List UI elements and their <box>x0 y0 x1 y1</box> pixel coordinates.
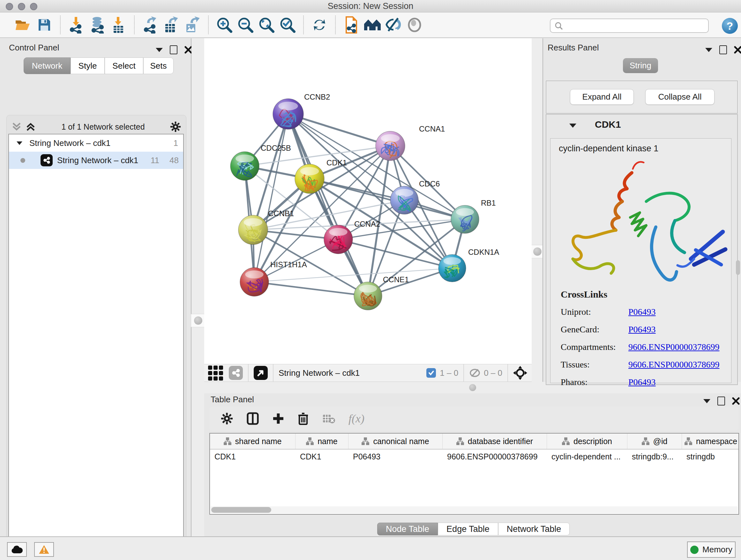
tab-sets[interactable]: Sets <box>143 57 174 74</box>
export-image-button[interactable] <box>182 15 203 35</box>
separator <box>508 364 508 381</box>
open-in-string-button[interactable] <box>341 15 362 35</box>
tab-network[interactable]: Network <box>23 57 71 74</box>
save-session-button[interactable] <box>34 15 55 35</box>
search-input[interactable] <box>563 21 702 30</box>
crosslink-label: Pharos: <box>561 377 628 387</box>
network-collection-row[interactable]: String Network – cdk1 1 <box>9 134 183 152</box>
cell-namespace: stringdb <box>682 449 739 463</box>
cell-id: stringdb:9... <box>627 449 682 463</box>
zoom-out-button[interactable] <box>235 15 256 35</box>
import-network-file-button[interactable] <box>66 15 87 35</box>
node-label: CDC6 <box>419 179 440 188</box>
hide-glasses-button[interactable] <box>383 15 404 35</box>
table-row[interactable]: CDK1 CDK1 P06493 9606.ENSP00000378699 cy… <box>210 449 738 463</box>
tab-network-table[interactable]: Network Table <box>498 523 570 536</box>
bottom-splitter-handle[interactable] <box>469 384 476 391</box>
column-header: shared name <box>235 437 282 446</box>
string-network-graph[interactable]: CCNB2CCNA1CDC25BCDK1CDC6RB1CCNB1CCNA2CDK… <box>204 38 532 364</box>
crosslink-label: Compartments: <box>561 342 628 352</box>
main-toolbar: ? <box>0 12 741 38</box>
delete-column-icon[interactable] <box>297 412 309 425</box>
crosslink-row: Uniprot: P06493 <box>561 307 731 317</box>
left-splitter-handle[interactable] <box>191 314 205 327</box>
crosslink-value[interactable]: P06493 <box>628 377 656 387</box>
string-home-button[interactable] <box>362 15 383 35</box>
table-header-row: shared name name canonical name database… <box>210 434 738 449</box>
results-panel-controls <box>705 45 741 54</box>
refresh-button[interactable] <box>309 15 330 35</box>
open-session-button[interactable] <box>13 15 34 35</box>
import-network-database-button[interactable] <box>87 15 108 35</box>
selected-nodes-checkbox[interactable] <box>426 368 436 378</box>
control-panel: Control Panel Network Style Select Sets … <box>0 38 192 537</box>
search-icon <box>554 21 563 30</box>
expand-all-button[interactable]: Expand All <box>570 89 634 105</box>
collection-count: 1 <box>174 138 178 148</box>
birds-eye-view-icon[interactable] <box>254 366 268 380</box>
title-bar: Session: New Session <box>0 0 741 12</box>
close-panel-icon[interactable] <box>185 46 192 54</box>
right-splitter[interactable] <box>532 38 542 382</box>
expand-all-chevron-icon[interactable] <box>25 122 36 132</box>
toolbar-separator <box>335 16 336 34</box>
tab-select[interactable]: Select <box>105 57 143 74</box>
close-panel-icon[interactable] <box>732 397 740 405</box>
crosslink-label: Tissues: <box>561 360 628 370</box>
zoom-in-button[interactable] <box>214 15 235 35</box>
crosslink-value[interactable]: 9606.ENSP00000378699 <box>628 342 719 352</box>
memory-button[interactable]: Memory <box>687 542 736 558</box>
crosslink-value[interactable]: P06493 <box>628 307 656 317</box>
collapse-all-button[interactable]: Collapse All <box>645 89 715 105</box>
crosslink-label: GeneCard: <box>561 324 628 334</box>
network-view-toolbar: String Network – cdk1 1 – 0 0 – 0 <box>204 364 532 382</box>
float-panel-icon[interactable] <box>703 399 711 403</box>
create-column-icon[interactable] <box>273 413 284 424</box>
node-table[interactable]: shared name name canonical name database… <box>209 433 739 515</box>
tree-expand-icon[interactable] <box>17 141 22 145</box>
close-panel-icon[interactable] <box>734 46 741 54</box>
gear-icon[interactable] <box>170 121 181 132</box>
maximize-panel-icon[interactable] <box>170 45 178 54</box>
node-label: CDC25B <box>261 144 291 152</box>
float-panel-icon[interactable] <box>705 48 712 52</box>
help-button[interactable]: ? <box>722 18 738 34</box>
network-row[interactable]: String Network – cdk1 11 48 <box>9 152 183 169</box>
fit-selected-crosshair-icon[interactable] <box>513 366 527 380</box>
tab-edge-table[interactable]: Edge Table <box>438 523 498 536</box>
scrollbar-thumb[interactable] <box>211 507 271 513</box>
tab-style[interactable]: Style <box>71 57 105 74</box>
collapse-all-chevron-icon[interactable] <box>11 122 22 132</box>
hidden-eye-icon[interactable] <box>469 368 481 378</box>
network-canvas[interactable]: CCNB2CCNA1CDC25BCDK1CDC6RB1CCNB1CCNA2CDK… <box>204 38 532 364</box>
table-gear-icon[interactable] <box>221 413 233 425</box>
results-scrollbar-thumb[interactable] <box>736 260 740 275</box>
function-builder-icon[interactable]: f(x) <box>348 412 364 425</box>
float-panel-icon[interactable] <box>156 48 163 52</box>
export-network-button[interactable] <box>140 15 161 35</box>
import-table-file-button[interactable] <box>108 15 129 35</box>
left-splitter[interactable] <box>192 38 204 537</box>
crosslink-value[interactable]: P06493 <box>628 324 656 334</box>
results-panel-title: Results Panel <box>548 43 599 53</box>
show-columns-icon[interactable] <box>246 412 259 425</box>
selected-count: 1 – 0 <box>440 368 458 378</box>
tab-string[interactable]: String <box>623 58 658 73</box>
network-list-header: 1 of 1 Network selected <box>7 120 186 134</box>
maximize-panel-icon[interactable] <box>719 45 727 54</box>
toolbar-search[interactable] <box>550 18 709 33</box>
maximize-panel-icon[interactable] <box>718 396 725 406</box>
crosslink-value[interactable]: 9606.ENSP00000378699 <box>628 360 719 370</box>
section-collapse-icon[interactable] <box>569 124 576 128</box>
zoom-selected-button[interactable] <box>277 15 298 35</box>
delete-table-icon[interactable] <box>322 414 335 424</box>
cloud-status-button[interactable] <box>7 542 27 557</box>
tab-node-table[interactable]: Node Table <box>377 523 438 536</box>
zoom-fit-button[interactable] <box>256 15 277 35</box>
node-label: CCNB1 <box>268 209 294 218</box>
grid-view-icon[interactable] <box>208 366 223 381</box>
show-eye-button[interactable] <box>404 15 425 35</box>
warning-status-button[interactable] <box>34 542 54 557</box>
table-horizontal-scrollbar[interactable] <box>211 506 738 513</box>
export-table-button[interactable] <box>161 15 182 35</box>
